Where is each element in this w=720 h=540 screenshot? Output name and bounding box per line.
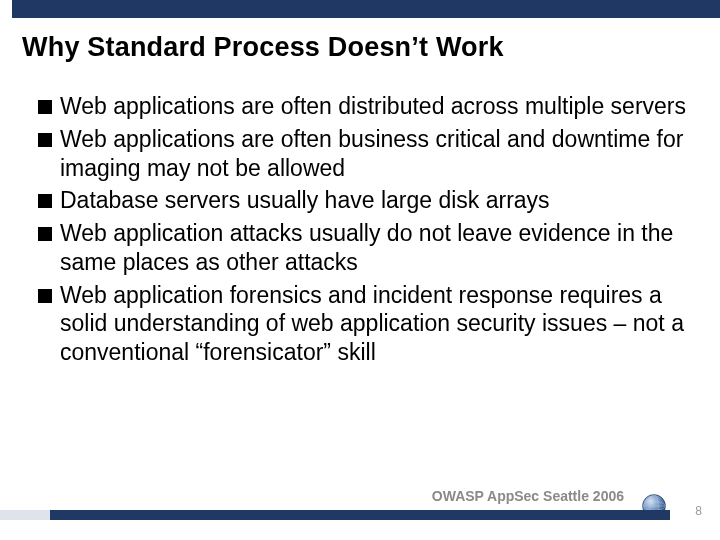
bullet-text: Web application forensics and incident r… <box>60 281 688 367</box>
square-bullet-icon <box>38 194 52 208</box>
square-bullet-icon <box>38 227 52 241</box>
list-item: Database servers usually have large disk… <box>38 186 688 215</box>
bottom-accent-bar <box>0 510 670 520</box>
bullet-text: Database servers usually have large disk… <box>60 186 550 215</box>
list-item: Web application forensics and incident r… <box>38 281 688 367</box>
square-bullet-icon <box>38 133 52 147</box>
list-item: Web applications are often distributed a… <box>38 92 688 121</box>
bullet-text: Web application attacks usually do not l… <box>60 219 688 277</box>
list-item: Web applications are often business crit… <box>38 125 688 183</box>
slide: Why Standard Process Doesn’t Work Web ap… <box>0 0 720 540</box>
slide-title: Why Standard Process Doesn’t Work <box>22 32 698 63</box>
square-bullet-icon <box>38 289 52 303</box>
bullet-list: Web applications are often distributed a… <box>38 92 688 371</box>
list-item: Web application attacks usually do not l… <box>38 219 688 277</box>
footer-label: OWASP AppSec Seattle 2006 <box>432 488 624 504</box>
square-bullet-icon <box>38 100 52 114</box>
bullet-text: Web applications are often business crit… <box>60 125 688 183</box>
page-number: 8 <box>695 504 702 518</box>
bullet-text: Web applications are often distributed a… <box>60 92 686 121</box>
top-accent-bar <box>12 0 720 18</box>
